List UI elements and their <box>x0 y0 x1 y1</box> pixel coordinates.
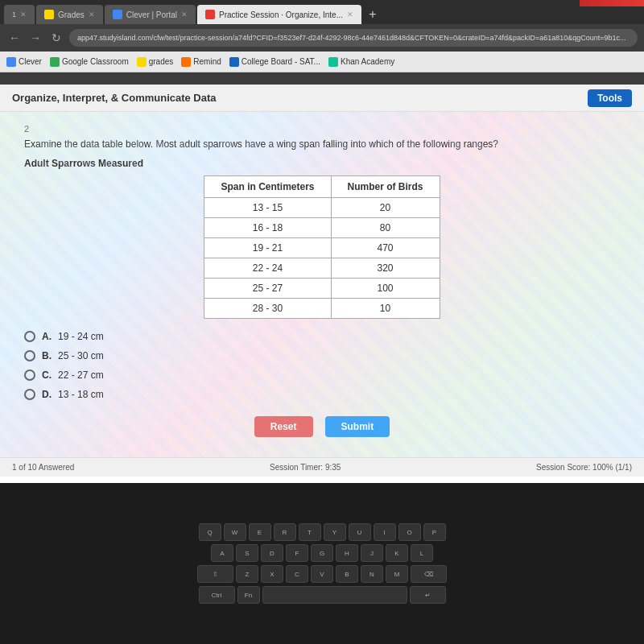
keyboard-row-4: Ctrl Fn ↵ <box>199 586 446 604</box>
top-strip-decoration <box>580 0 644 6</box>
tab-1-close[interactable]: ✕ <box>20 10 27 19</box>
key-m[interactable]: M <box>386 565 408 583</box>
tab-bar: 1 ✕ Grades ✕ Clever | Portal ✕ Practice … <box>0 0 644 24</box>
tab-practice-close[interactable]: ✕ <box>347 10 353 19</box>
submit-button[interactable]: Submit <box>325 416 390 437</box>
tab-practice[interactable]: Practice Session · Organize, Inte... ✕ <box>197 5 361 24</box>
col-header-birds: Number of Birds <box>331 175 440 197</box>
key-j[interactable]: J <box>361 544 383 562</box>
key-a[interactable]: A <box>211 544 233 562</box>
khan-icon <box>328 57 338 67</box>
bookmark-grades[interactable]: grades <box>137 57 174 67</box>
key-c[interactable]: C <box>286 565 308 583</box>
address-bar[interactable]: app47.studyisland.com/cfw/test/practice-… <box>69 29 638 47</box>
key-v[interactable]: V <box>311 565 333 583</box>
answer-options: A.19 - 24 cmB.25 - 30 cmC.22 - 27 cmD.13… <box>24 331 620 400</box>
tab-grades-label: Grades <box>58 10 85 19</box>
keyboard-area: Q W E R T Y U I O P A S D F G H J K L ⇧ … <box>0 483 644 644</box>
page-content: 2 Examine the data table below. Most adu… <box>0 112 644 457</box>
forward-button[interactable]: → <box>27 31 43 44</box>
key-d[interactable]: D <box>261 544 283 562</box>
bookmark-classroom[interactable]: Google Classroom <box>50 57 129 67</box>
key-shift[interactable]: ⇧ <box>197 565 233 583</box>
reload-button[interactable]: ↻ <box>48 31 64 44</box>
key-o[interactable]: O <box>398 523 421 541</box>
key-k[interactable]: K <box>386 544 408 562</box>
bookmark-collegeboard-label: College Board - SAT... <box>242 57 320 66</box>
key-i[interactable]: I <box>374 523 396 541</box>
answer-option-a[interactable]: A.19 - 24 cm <box>24 331 620 342</box>
key-x[interactable]: X <box>261 565 283 583</box>
option-text-c: 22 - 27 cm <box>58 369 104 381</box>
key-s[interactable]: S <box>236 544 258 562</box>
key-y[interactable]: Y <box>324 523 346 541</box>
option-text-b: 25 - 30 cm <box>58 350 104 361</box>
table-row-3: 22 - 24320 <box>204 258 440 278</box>
status-bar: 1 of 10 Answered Session Timer: 9:35 Ses… <box>0 457 644 477</box>
key-g[interactable]: G <box>311 544 333 562</box>
tab-clever-close[interactable]: ✕ <box>181 10 188 19</box>
table-cell-2-0: 19 - 21 <box>204 237 331 258</box>
table-cell-3-0: 22 - 24 <box>204 258 331 278</box>
back-button[interactable]: ← <box>6 31 23 44</box>
key-u[interactable]: U <box>349 523 371 541</box>
address-row: ← → ↻ app47.studyisland.com/cfw/test/pra… <box>0 24 644 52</box>
key-z[interactable]: Z <box>236 565 258 583</box>
key-backspace[interactable]: ⌫ <box>411 565 447 583</box>
bookmark-clever[interactable]: Clever <box>6 57 42 67</box>
bookmark-khan[interactable]: Khan Academy <box>328 57 394 67</box>
session-timer: Session Timer: 9:35 <box>270 463 341 472</box>
bookmark-collegeboard[interactable]: College Board - SAT... <box>229 57 320 67</box>
key-enter[interactable]: ↵ <box>410 586 446 604</box>
page-header: Organize, Interpret, & Communicate Data … <box>0 85 644 112</box>
key-n[interactable]: N <box>361 565 383 583</box>
table-cell-1-1: 80 <box>331 217 440 237</box>
radio-d <box>24 389 35 400</box>
table-cell-5-1: 10 <box>331 298 440 318</box>
bookmark-classroom-label: Google Classroom <box>62 57 129 66</box>
tab-clever[interactable]: Clever | Portal ✕ <box>105 5 196 24</box>
table-cell-0-1: 20 <box>331 197 440 217</box>
key-w[interactable]: W <box>224 523 246 541</box>
bookmark-grades-label: grades <box>149 57 174 66</box>
key-e[interactable]: E <box>249 523 271 541</box>
key-l[interactable]: L <box>411 544 433 562</box>
key-p[interactable]: P <box>423 523 446 541</box>
tab-grades[interactable]: Grades ✕ <box>36 5 103 24</box>
answer-option-b[interactable]: B.25 - 30 cm <box>24 350 620 361</box>
address-text: app47.studyisland.com/cfw/test/practice-… <box>77 34 626 42</box>
session-timer-label: Session Timer: <box>270 463 323 472</box>
table-title: Adult Sparrows Measured <box>24 158 620 169</box>
key-space[interactable] <box>262 586 407 604</box>
option-label-b: B. <box>42 350 52 361</box>
tools-button[interactable]: Tools <box>588 89 632 107</box>
tab-1[interactable]: 1 ✕ <box>4 5 35 24</box>
bookmark-remind[interactable]: Remind <box>181 57 221 67</box>
key-h[interactable]: H <box>336 544 358 562</box>
keyboard-row-3: ⇧ Z X C V B N M ⌫ <box>197 565 447 583</box>
tab-grades-close[interactable]: ✕ <box>89 10 95 19</box>
table-cell-2-1: 470 <box>331 237 440 258</box>
question-text: Examine the data table below. Most adult… <box>24 138 620 151</box>
answer-option-c[interactable]: C.22 - 27 cm <box>24 369 620 381</box>
key-r[interactable]: R <box>274 523 296 541</box>
bookmark-remind-label: Remind <box>193 57 221 66</box>
bookmarks-bar: Clever Google Classroom grades Remind Co… <box>0 52 644 72</box>
key-b[interactable]: B <box>336 565 358 583</box>
clever-icon <box>6 57 16 67</box>
key-q[interactable]: Q <box>199 523 221 541</box>
option-text-d: 13 - 18 cm <box>58 389 104 400</box>
session-timer-value: 9:35 <box>325 463 341 472</box>
key-t[interactable]: T <box>299 523 321 541</box>
bookmark-clever-label: Clever <box>19 57 42 66</box>
page-title: Organize, Interpret, & Communicate Data <box>12 92 217 104</box>
radio-a <box>24 331 35 342</box>
option-text-a: 19 - 24 cm <box>58 331 104 342</box>
bookmark-khan-label: Khan Academy <box>341 57 394 66</box>
answer-option-d[interactable]: D.13 - 18 cm <box>24 389 620 400</box>
new-tab-button[interactable]: + <box>363 5 382 24</box>
reset-button[interactable]: Reset <box>254 416 313 437</box>
key-f[interactable]: F <box>286 544 308 562</box>
key-fn[interactable]: Fn <box>237 586 260 604</box>
key-ctrl[interactable]: Ctrl <box>199 586 235 604</box>
